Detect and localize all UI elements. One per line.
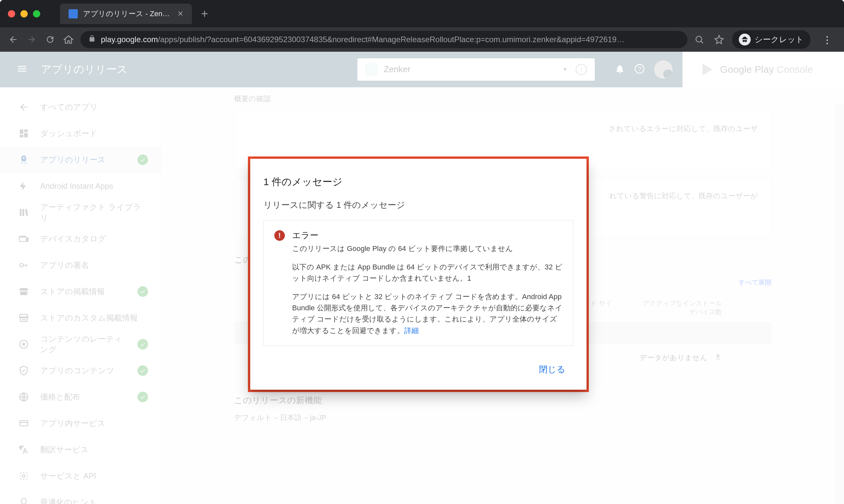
new-tab-button[interactable]: + xyxy=(201,7,208,21)
tab-close-icon[interactable]: ✕ xyxy=(177,10,183,18)
url-path: /apps/publish/?account=60436929523003748… xyxy=(158,35,624,44)
search-in-page-icon[interactable] xyxy=(693,33,706,46)
browser-toolbar: play.google.com/apps/publish/?account=60… xyxy=(0,28,844,52)
browser-tab[interactable]: アプリのリリース - Zenker - Go ✕ xyxy=(60,4,192,24)
error-text-2: 以下の APK または App Bundle は 64 ビットのデバイスで利用で… xyxy=(292,262,563,284)
url-domain: play.google.com xyxy=(101,35,158,44)
forward-button[interactable] xyxy=(25,33,38,46)
tab-favicon-icon xyxy=(69,9,78,18)
error-icon: ! xyxy=(274,230,285,241)
modal-title: 1 件のメッセージ xyxy=(263,175,573,189)
window-close-button[interactable] xyxy=(8,10,15,17)
modal-subtitle: リリースに関する 1 件のメッセージ xyxy=(263,199,573,211)
tab-title: アプリのリリース - Zenker - Go xyxy=(83,9,172,19)
home-button[interactable] xyxy=(62,33,75,46)
browser-tab-bar: アプリのリリース - Zenker - Go ✕ + xyxy=(0,0,844,28)
message-dialog: 1 件のメッセージ リリースに関する 1 件のメッセージ ! エラー このリリー… xyxy=(248,157,589,392)
address-input[interactable]: play.google.com/apps/publish/?account=60… xyxy=(81,31,687,48)
reload-button[interactable] xyxy=(44,33,57,46)
browser-menu-button[interactable]: ⋮ xyxy=(817,34,838,46)
error-message-box: ! エラー このリリースは Google Play の 64 ビット要件に準拠し… xyxy=(263,220,573,346)
error-text-3: アプリには 64 ビットと 32 ビットのネイティブ コードを含めます。Andr… xyxy=(292,291,563,336)
incognito-label: シークレット xyxy=(755,34,804,45)
window-maximize-button[interactable] xyxy=(33,10,40,17)
error-text-1: このリリースは Google Play の 64 ビット要件に準拠していません xyxy=(292,243,563,254)
back-button[interactable] xyxy=(6,33,20,46)
error-heading: エラー xyxy=(292,230,563,241)
details-link[interactable]: 詳細 xyxy=(404,326,419,335)
incognito-badge[interactable]: シークレット xyxy=(732,30,810,49)
svg-point-0 xyxy=(696,36,702,42)
incognito-icon xyxy=(739,34,751,46)
lock-icon xyxy=(88,35,96,44)
window-minimize-button[interactable] xyxy=(20,10,28,17)
bookmark-star-icon[interactable] xyxy=(712,33,726,46)
window-controls xyxy=(8,10,53,17)
close-button[interactable]: 閉じる xyxy=(531,359,573,380)
